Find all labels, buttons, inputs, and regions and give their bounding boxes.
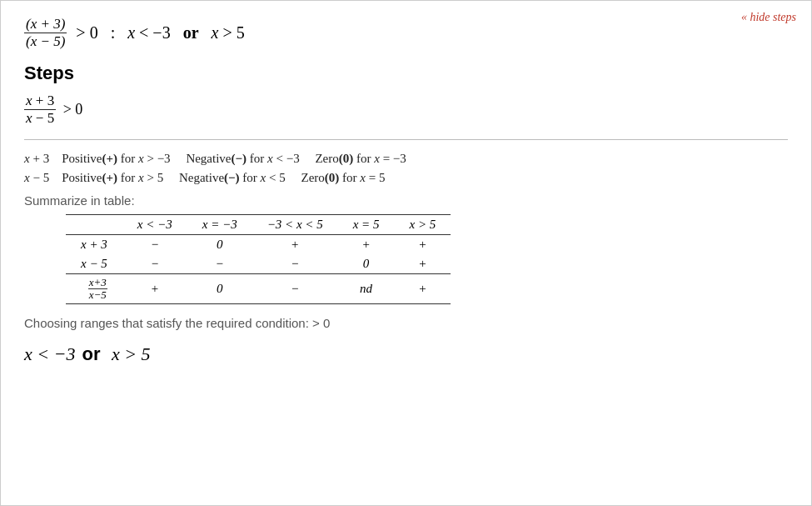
zero-label-1: Zero(0) for x = −3 [315, 152, 406, 165]
cell-frac-2: 0 [187, 273, 252, 304]
main-result-frac: (x + 3) (x − 5) [24, 16, 67, 51]
table-header-row: x < −3 x = −3 −3 < x < 5 x = 5 x > 5 [66, 214, 451, 234]
negative-label-1: Negative(−) for x < −3 [186, 152, 299, 165]
positive-label-2: Positive(+) for x > 5 [62, 171, 163, 184]
main-gt: > 0 : x < −3 or x > 5 [72, 23, 244, 43]
cell-xminus5-2: − [187, 254, 252, 274]
table-row-xplus3: x + 3 − 0 + + + [66, 234, 451, 254]
step-frac-num: x + 3 [24, 93, 56, 110]
table-row-fraction: x+3 x−5 + 0 − nd + [66, 273, 451, 304]
cell-xplus3-3: + [252, 234, 338, 254]
main-frac-num: (x + 3) [24, 16, 67, 33]
cell-xminus5-4: 0 [338, 254, 395, 274]
cell-xplus3-5: + [394, 234, 451, 254]
cell-frac-1: + [122, 273, 187, 304]
cell-frac-4: nd [338, 273, 395, 304]
cell-frac-3: − [252, 273, 338, 304]
final-right: x > 5 [107, 343, 150, 365]
table-header-5: x > 5 [394, 214, 451, 234]
sign-table: x < −3 x = −3 −3 < x < 5 x = 5 x > 5 x +… [66, 214, 451, 305]
main-frac-den: (x − 5) [24, 33, 67, 50]
row-label-fraction: x+3 x−5 [66, 273, 122, 304]
cell-xminus5-1: − [122, 254, 187, 274]
row-label-xplus3: x + 3 [66, 234, 122, 254]
step-expression: x + 3 x − 5 > 0 [24, 93, 788, 128]
cell-xminus5-5: + [394, 254, 451, 274]
table-frac-den: x−5 [88, 289, 107, 301]
step-frac: x + 3 x − 5 [24, 93, 56, 128]
summarize-label: Summarize in table: [24, 193, 788, 208]
row-label-xminus5: x − 5 [66, 254, 122, 274]
main-frac: (x + 3) (x − 5) [24, 16, 67, 51]
steps-heading: Steps [24, 63, 788, 84]
cell-xminus5-3: − [252, 254, 338, 274]
zero-label-2: Zero(0) for x = 5 [301, 171, 386, 184]
table-header-blank [66, 214, 122, 234]
final-answer: x < −3 or x > 5 [24, 343, 788, 365]
table-frac: x+3 x−5 [88, 277, 107, 302]
table-header-3: −3 < x < 5 [252, 214, 338, 234]
table-frac-num: x+3 [88, 277, 107, 289]
positive-label-1: Positive(+) for x > −3 [62, 152, 170, 165]
sign-row-2: x − 5 Positive(+) for x > 5 Negative(−) … [24, 171, 788, 185]
cell-xplus3-2: 0 [187, 234, 252, 254]
cell-xplus3-4: + [338, 234, 395, 254]
hide-steps-link[interactable]: « hide steps [741, 11, 796, 24]
cell-frac-5: + [394, 273, 451, 304]
table-header-1: x < −3 [122, 214, 187, 234]
step-gt: > 0 [59, 101, 82, 118]
or-text: or [82, 343, 100, 365]
final-left: x < −3 [24, 343, 75, 365]
negative-label-2: Negative(−) for x < 5 [179, 171, 286, 184]
divider-1 [24, 139, 788, 140]
table-row-xminus5: x − 5 − − − 0 + [66, 254, 451, 274]
table-header-4: x = 5 [338, 214, 395, 234]
sign-row-1: x + 3 Positive(+) for x > −3 Negative(−)… [24, 152, 788, 166]
cell-xplus3-1: − [122, 234, 187, 254]
main-result: (x + 3) (x − 5) > 0 : x < −3 or x > 5 [24, 16, 788, 51]
table-header-2: x = −3 [187, 214, 252, 234]
condition-text: Choosing ranges that satisfy the require… [24, 316, 788, 330]
step-frac-den: x − 5 [24, 110, 56, 127]
main-container: « hide steps (x + 3) (x − 5) > 0 : x < −… [0, 0, 812, 506]
